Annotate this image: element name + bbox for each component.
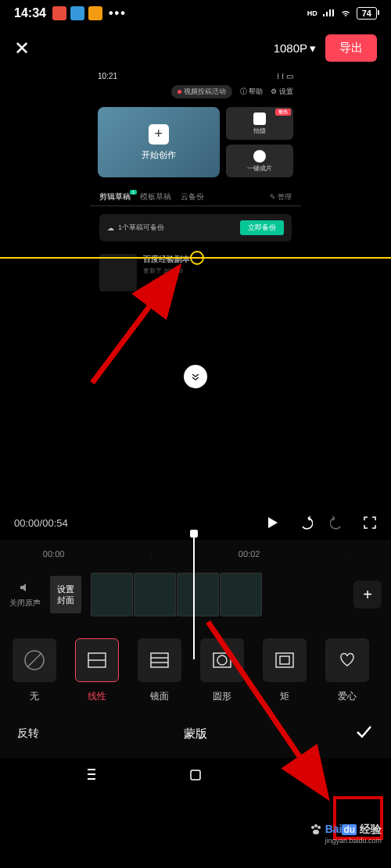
video-clip [177,573,219,616]
mask-option-linear[interactable]: 线性 [70,638,124,703]
status-time: 14:34 [14,6,46,20]
battery-indicator: 74 [357,7,377,20]
oneclick-card: 一键成片 [226,145,293,177]
tab-cloud: 云备份 [181,191,204,202]
redo-button[interactable] [330,515,346,530]
annotation-arrow [200,614,341,802]
settings-link: ⚙ 设置 [271,87,293,97]
svg-point-18 [314,824,317,827]
video-clip [134,573,176,616]
app-indicator-icon [52,6,66,20]
inner-status-icons: ⁞ ⁞ ▭ [277,72,293,80]
timeline[interactable]: 00:00 · 00:02 · 关闭原声 设置 封面 + [0,540,391,624]
set-cover-button[interactable]: 设置 封面 [50,576,81,614]
backup-bar: ☁ 1个草稿可备份 立即备份 [99,214,292,241]
close-button[interactable]: ✕ [14,38,30,59]
paw-icon [309,823,323,837]
svg-rect-16 [191,770,200,780]
svg-line-1 [208,622,324,792]
tab-templates: 模板草稿 [140,191,171,202]
app-indicator-icon [70,6,84,20]
invert-button[interactable]: 反转 [17,727,39,741]
add-clip-button[interactable]: + [353,580,382,609]
app-indicator-icon [88,6,102,20]
play-button[interactable] [264,515,280,530]
annotation-arrow [83,264,185,389]
svg-point-20 [313,830,319,834]
svg-rect-13 [88,769,95,770]
mask-guide-handle[interactable] [190,251,204,265]
confirm-button[interactable] [353,722,374,745]
svg-rect-14 [88,773,95,775]
playhead[interactable] [193,534,195,659]
expand-down-button[interactable] [184,365,207,388]
video-clip [91,573,133,616]
time-display: 00:00/00:54 [14,517,68,529]
mask-option-mirror[interactable]: 镜面 [133,638,186,703]
undo-button[interactable] [297,515,313,530]
tab-drafts: 剪辑草稿1 [99,191,131,202]
inner-tabs: 剪辑草稿1 模板草稿 云备份 ✎ 管理 [90,184,301,206]
video-clip [220,573,262,616]
hd-label: HD [307,9,317,17]
activity-chip: 视频投稿活动 [171,85,232,98]
editor-top-bar: ✕ 1080P ▾ 导出 [0,27,391,70]
phone-status-bar: 14:34 ••• HD 74 [0,0,391,27]
plus-icon: + [149,124,169,145]
baidu-watermark: Baidu 经验 jingyan.baidu.com [309,823,382,845]
inner-status-time: 10:21 [98,72,117,80]
mute-audio-button[interactable]: 关闭原声 [9,580,41,609]
svg-line-0 [92,272,175,383]
more-indicator-icon: ••• [109,6,127,20]
backup-button: 立即备份 [240,220,284,235]
resolution-selector[interactable]: 1080P ▾ [274,41,316,55]
shoot-card: 最热 拍摄 [226,107,293,140]
clips-track[interactable] [91,573,339,616]
svg-rect-6 [151,653,168,667]
recents-button[interactable] [84,767,99,783]
create-card: + 开始创作 [98,107,220,177]
svg-point-17 [311,826,314,829]
help-link: ⓘ 帮助 [240,87,264,97]
export-button[interactable]: 导出 [325,34,377,62]
svg-line-3 [27,653,41,667]
fullscreen-button[interactable] [363,516,377,530]
film-icon [253,150,266,163]
camera-icon [253,113,266,125]
time-ruler: 00:00 · 00:02 · [0,546,391,565]
svg-point-19 [317,826,321,829]
chevron-down-icon: ▾ [310,41,316,55]
signal-icon [322,9,335,18]
svg-rect-15 [88,778,95,780]
cloud-icon: ☁ [107,224,114,232]
mask-option-none[interactable]: 无 [8,638,61,703]
wifi-icon [339,9,352,18]
manage-link: ✎ 管理 [270,192,292,202]
